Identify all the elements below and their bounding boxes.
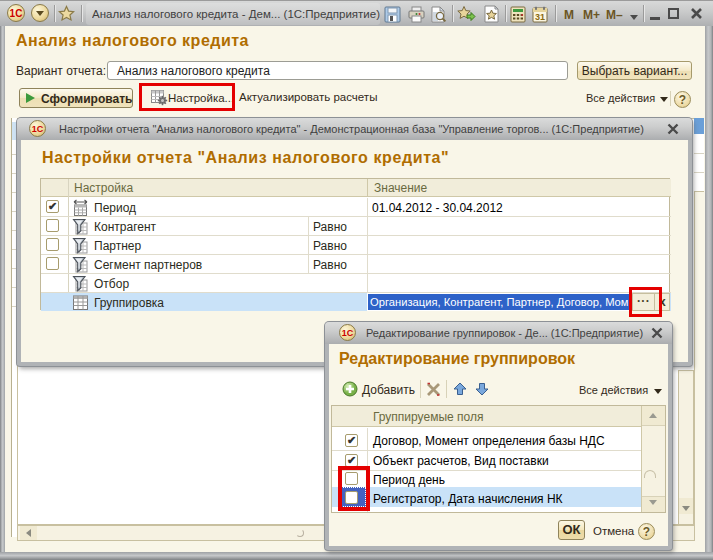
svg-text:31: 31 [535, 12, 545, 22]
